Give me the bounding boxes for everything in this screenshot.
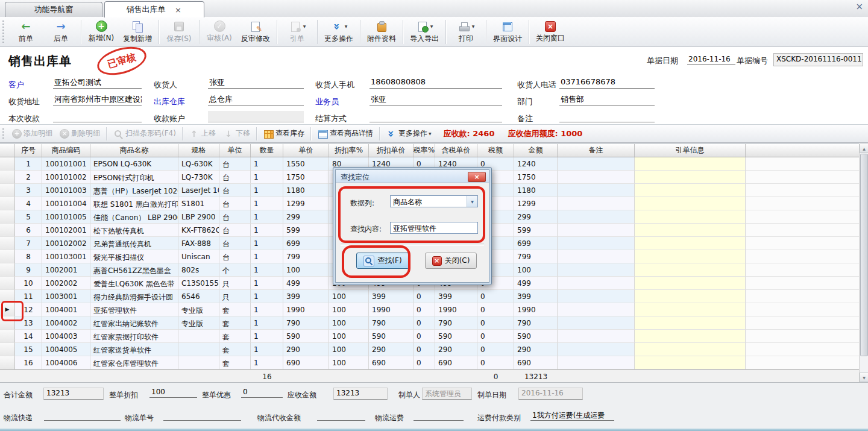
grid-cell[interactable]: 13 [15, 316, 42, 330]
grid-cell[interactable]: 6546 [178, 290, 219, 303]
grid-cell[interactable]: 1 [251, 263, 283, 277]
department-field[interactable]: 销售部 [559, 94, 655, 105]
grid-cell[interactable]: 1 [251, 224, 283, 237]
toolbar-button-arrow-left-green[interactable]: 前单 [8, 19, 43, 45]
grid-cell[interactable]: 499 [283, 277, 329, 290]
grid-cell[interactable]: 290 [369, 343, 414, 356]
grid-cell[interactable]: 惠普（HP）LaserJet 1020 [90, 184, 178, 197]
grid-cell[interactable]: 790 [369, 316, 414, 330]
table-row[interactable]: 141004003红管家票据打印软件套159010059005900590 [0, 330, 859, 343]
grid-cell[interactable]: 亚拓管理软件 [90, 303, 178, 316]
grid-cell[interactable]: 790 [435, 316, 477, 330]
grid-cell[interactable]: 100 [329, 343, 369, 356]
grid-cell[interactable] [558, 197, 635, 210]
grid-cell[interactable]: 699 [283, 237, 329, 250]
window-close-icon[interactable] [855, 2, 863, 11]
table-row[interactable]: ▶121004001亚拓管理软件专业版套11990100199001990019… [0, 303, 859, 316]
grid-cell[interactable]: 690 [283, 356, 329, 370]
grid-cell[interactable]: 1750 [514, 171, 558, 184]
grid-cell[interactable]: 590 [435, 330, 477, 343]
column-header[interactable]: 规格 [178, 144, 219, 157]
grid-cell[interactable]: 0 [477, 290, 514, 303]
grid-cell[interactable]: 100101003 [42, 184, 90, 197]
grid-cell[interactable]: FAX-888 [178, 237, 219, 250]
table-row[interactable]: 161004006红管家仓库管理软件套169010069006900690 [0, 356, 859, 370]
grid-cell[interactable]: 100 [514, 263, 558, 277]
grid-cell[interactable]: 16 [15, 356, 42, 370]
grid-cell[interactable]: LQ-730K [178, 171, 219, 184]
grid-cell[interactable]: 专业版 [178, 316, 219, 330]
grid-cell[interactable]: 1 [15, 157, 42, 171]
consignee-phone-field[interactable]: 03716678678 [559, 77, 655, 89]
grid-cell[interactable]: 1 [251, 157, 283, 171]
grid-cell[interactable]: 7 [15, 237, 42, 250]
column-header[interactable]: 税额 [477, 144, 514, 157]
grid-cell[interactable]: 套 [219, 343, 251, 356]
grid-cell[interactable] [635, 224, 746, 237]
grid-cell[interactable]: 1750 [283, 171, 329, 184]
toolbar-button-add-green[interactable]: 新增(N) [84, 19, 119, 45]
grid-cell[interactable]: LQ-630K [178, 157, 219, 171]
grid-cell[interactable] [558, 171, 635, 184]
grid-cell[interactable]: 1 [251, 237, 283, 250]
grid-cell[interactable]: 10 [15, 277, 42, 290]
grid-cell[interactable] [635, 303, 746, 316]
grid-cell[interactable]: 台 [219, 237, 251, 250]
grid-cell[interactable]: S1801 [178, 197, 219, 210]
table-row[interactable]: 131004002红管家出纳记账软件专业版套179010079007900790 [0, 316, 859, 330]
grid-cell[interactable]: 1 [251, 197, 283, 210]
consignee-mobile-field[interactable]: 18608080808 [370, 77, 502, 89]
grid-cell[interactable] [635, 171, 746, 184]
column-header[interactable]: 商品编码 [42, 144, 90, 157]
grid-cell[interactable]: 0 [477, 316, 514, 330]
remark-field[interactable] [559, 111, 655, 122]
toolbar-button-view-stock[interactable]: 查看库存 [259, 127, 308, 141]
grid-cell[interactable]: 1299 [283, 197, 329, 210]
grid-cell[interactable]: 惠普CH561ZZ黑色墨盒 [90, 263, 178, 277]
grid-cell[interactable]: 联想 S1801 黑白激光打印 [90, 197, 178, 210]
warehouse-field[interactable]: 总仓库 [208, 94, 304, 105]
grid-cell[interactable] [635, 157, 746, 171]
grid-cell[interactable] [635, 316, 746, 330]
grid-cell[interactable] [635, 343, 746, 356]
scroll-down-icon[interactable] [860, 373, 868, 382]
grid-cell[interactable]: 台 [219, 157, 251, 171]
grid-cell[interactable]: 套 [219, 303, 251, 316]
grid-cell[interactable] [558, 250, 635, 263]
grid-cell[interactable]: 1 [251, 210, 283, 224]
freight-type-field[interactable]: 1我方付运费(生成运费 [530, 411, 614, 421]
grid-cell[interactable]: 专业版 [178, 303, 219, 316]
grid-cell[interactable]: 699 [514, 237, 558, 250]
salesman-field[interactable]: 张亚 [370, 94, 502, 105]
find-button[interactable]: 查找(F) [356, 253, 409, 269]
grid-cell[interactable]: 1990 [369, 303, 414, 316]
tab-close-icon[interactable] [174, 5, 183, 14]
grid-cell[interactable]: 100102002 [42, 237, 90, 250]
grid-cell[interactable]: 599 [514, 224, 558, 237]
grid-cell[interactable]: 100101001 [42, 157, 90, 171]
column-header[interactable]: 商品名称 [90, 144, 178, 157]
grid-cell[interactable]: 790 [514, 316, 558, 330]
grid-cell[interactable]: 得力经典防滑握手设计圆 [90, 290, 178, 303]
grid-cell[interactable]: 紫光平板扫描仪 [90, 250, 178, 263]
grid-cell[interactable]: Uniscan [178, 250, 219, 263]
grid-cell[interactable]: 套 [219, 356, 251, 370]
logistics-cod-field[interactable] [317, 411, 365, 421]
whole-discount-field[interactable]: 100 [149, 388, 197, 398]
grid-cell[interactable] [635, 356, 746, 370]
grid-cell[interactable]: 套 [219, 316, 251, 330]
tab-sales-outbound[interactable]: 销售出库单 [104, 1, 204, 17]
grid-cell[interactable] [558, 277, 635, 290]
scroll-up-icon[interactable] [860, 143, 868, 153]
grid-cell[interactable]: 290 [283, 343, 329, 356]
grid-cell[interactable] [558, 237, 635, 250]
grid-cell[interactable]: 499 [514, 277, 558, 290]
grid-cell[interactable] [558, 343, 635, 356]
grid-cell[interactable] [635, 290, 746, 303]
grid-cell[interactable]: 1990 [514, 303, 558, 316]
grid-cell[interactable]: 0 [414, 330, 435, 343]
grid-cell[interactable]: 0 [414, 290, 435, 303]
grid-cell[interactable]: 799 [283, 250, 329, 263]
grid-cell[interactable]: 100 [329, 330, 369, 343]
find-content-input[interactable]: 亚拓管理软件 [390, 222, 478, 234]
